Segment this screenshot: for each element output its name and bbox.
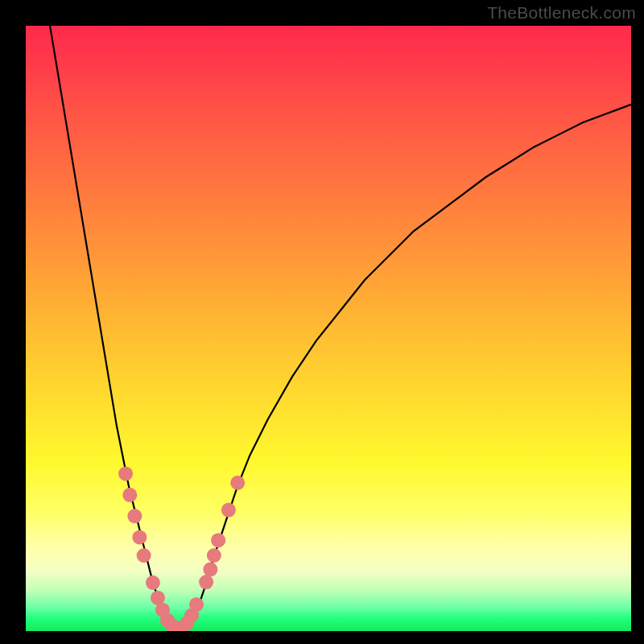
curve-marker (118, 466, 133, 481)
curve-marker (132, 530, 147, 544)
curve-marker (199, 575, 213, 589)
curve-marker (207, 548, 221, 563)
plot-area (26, 26, 631, 631)
curve-marker (230, 476, 245, 490)
curve-marker (221, 503, 236, 518)
curve-markers (118, 466, 245, 631)
curve-layer (26, 26, 631, 631)
curve-marker (203, 562, 217, 576)
curve-marker (137, 548, 151, 563)
curve-marker (146, 576, 160, 590)
watermark-text: TheBottleneck.com (487, 3, 636, 23)
chart-frame: TheBottleneck.com (0, 0, 644, 644)
curve-marker (189, 597, 204, 612)
curve-marker (211, 533, 225, 547)
curve-marker (127, 509, 142, 523)
curve-marker (122, 488, 137, 502)
